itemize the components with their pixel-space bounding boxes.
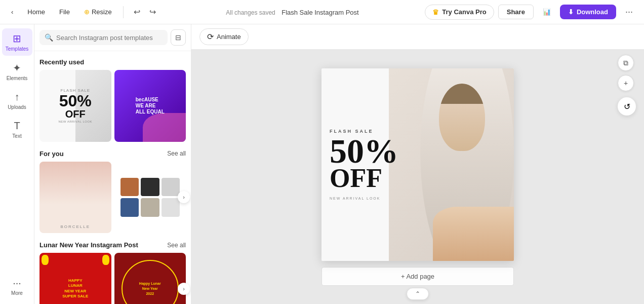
document-title: Flash Sale Instagram Post xyxy=(281,9,358,16)
color-swatch-4 xyxy=(120,198,139,217)
color-swatch-2 xyxy=(141,178,159,197)
redo-button[interactable]: ↪ xyxy=(145,4,160,20)
model-head xyxy=(439,84,485,151)
uploads-icon: ↑ xyxy=(15,91,20,103)
color-swatch-1 xyxy=(120,178,139,197)
uploads-icon-label: Uploads xyxy=(8,104,26,110)
nav-right-actions: ♛ Try Canva Pro Share 📊 ⬇ Download ··· xyxy=(425,4,638,20)
more-sidebar-icon: ··· xyxy=(13,277,21,289)
lunar-grid-wrap: HAPPYLUNARNEW YEARSUPER SALE Happy Lunar… xyxy=(39,253,186,304)
canvas-wrapper: ⧉ + ↺ FLASH SALE 50 xyxy=(309,50,526,304)
text-icon-label: Text xyxy=(12,133,21,139)
lunar-title: Lunar New Year Instagram Post xyxy=(39,241,138,249)
see-all-for-you-button[interactable]: See all xyxy=(167,150,186,157)
sidebar-icons: ⊞ Templates ✦ Elements ↑ Uploads T Text … xyxy=(0,24,34,304)
canvas-toolbar: ⟳ Animate xyxy=(191,24,644,50)
lunar-red-text: HAPPYLUNARNEW YEARSUPER SALE xyxy=(62,278,88,299)
template-flash-text: FLASH SALE 50% OFF NEW ARRIVAL LOOK xyxy=(58,88,92,123)
recently-used-grid-wrap: FLASH SALE 50% OFF NEW ARRIVAL LOOK becA… xyxy=(39,70,186,142)
for-you-grid-wrap: BORCELLE › xyxy=(39,162,186,234)
canvas-off-text: OFF xyxy=(330,167,400,191)
recently-used-grid: FLASH SALE 50% OFF NEW ARRIVAL LOOK becA… xyxy=(39,70,186,142)
canvas-sub-text: NEW ARRIVAL LOOK xyxy=(330,197,400,200)
template-card-color-palette[interactable] xyxy=(114,162,186,234)
template-card-lunar-circle[interactable]: Happy LunarNew Year2022 xyxy=(114,253,186,304)
home-button[interactable]: Home xyxy=(22,5,50,19)
canvas-model-figure xyxy=(398,68,514,261)
share-label: Share xyxy=(507,8,525,16)
model-face-lower xyxy=(433,207,514,260)
undo-redo-group: ↩ ↪ xyxy=(130,4,160,20)
color-swatch-6 xyxy=(162,198,180,217)
sidebar-item-more[interactable]: ··· More xyxy=(2,273,32,300)
show-pages-button[interactable]: ⌃ xyxy=(407,288,429,300)
animate-icon: ⟳ xyxy=(207,32,214,42)
file-label: File xyxy=(59,8,70,16)
lunar-grid: HAPPYLUNARNEW YEARSUPER SALE Happy Lunar… xyxy=(39,253,186,304)
resize-label: Resize xyxy=(92,8,112,16)
flash-percent: 50% xyxy=(58,93,92,109)
filter-button[interactable]: ⊟ xyxy=(171,29,186,46)
add-page-bar[interactable]: + Add page xyxy=(321,267,514,286)
try-canva-pro-button[interactable]: ♛ Try Canva Pro xyxy=(425,5,494,20)
more-sidebar-label: More xyxy=(11,290,23,296)
top-navigation: ‹ Home File ⊕ Resize ↩ ↪ All changes sav… xyxy=(0,0,644,24)
for-you-scroll-right[interactable]: › xyxy=(178,191,190,203)
templates-panel: 🔍 ⊟ Recently used FLASH SALE 50% xyxy=(34,24,191,304)
lunar-scroll-right[interactable]: › xyxy=(178,283,190,295)
analytics-button[interactable]: 📊 xyxy=(538,5,556,19)
file-button[interactable]: File xyxy=(54,5,75,19)
for-you-grid: BORCELLE xyxy=(39,162,186,234)
search-icon: 🔍 xyxy=(45,33,53,42)
sidebar-item-elements[interactable]: ✦ Elements xyxy=(2,58,32,85)
chevron-left-icon: ‹ xyxy=(11,8,13,16)
more-options-button[interactable]: ··· xyxy=(620,4,638,20)
back-button[interactable]: ‹ xyxy=(6,5,18,19)
flash-off: OFF xyxy=(58,109,92,119)
color-swatch-3 xyxy=(162,178,180,197)
canvas-percent-text: 50% xyxy=(330,136,400,167)
animate-label: Animate xyxy=(217,33,241,41)
search-input[interactable] xyxy=(56,34,163,42)
flash-sub: NEW ARRIVAL LOOK xyxy=(58,120,92,123)
templates-icon: ⊞ xyxy=(13,32,21,45)
template-card-lunar-red[interactable]: HAPPYLUNARNEW YEARSUPER SALE xyxy=(39,253,111,304)
nav-divider xyxy=(123,6,124,18)
see-all-lunar-button[interactable]: See all xyxy=(167,242,186,249)
template-card-equal[interactable]: becAUSEWE AREALL EQUAL xyxy=(114,70,186,142)
template-card-flash-sale[interactable]: FLASH SALE 50% OFF NEW ARRIVAL LOOK xyxy=(39,70,111,142)
download-label: Download xyxy=(577,8,608,16)
template-card-borcelle[interactable]: BORCELLE xyxy=(39,162,111,234)
add-page-label: + Add page xyxy=(401,273,434,280)
sidebar-item-text[interactable]: T Text xyxy=(2,116,32,143)
elements-icon: ✦ xyxy=(13,62,21,74)
color-swatch-5 xyxy=(141,198,159,217)
main-layout: ⊞ Templates ✦ Elements ↑ Uploads T Text … xyxy=(0,24,644,304)
elements-icon-label: Elements xyxy=(7,75,28,81)
canvas-area: ⟳ Animate ⧉ + ↺ xyxy=(191,24,644,304)
more-icon: ··· xyxy=(625,7,633,17)
sidebar-item-templates[interactable]: ⊞ Templates xyxy=(2,28,32,56)
share-button[interactable]: Share xyxy=(498,5,534,19)
lunar-lantern-right xyxy=(102,255,109,265)
undo-button[interactable]: ↩ xyxy=(130,4,144,20)
text-icon: T xyxy=(14,120,20,132)
analytics-icon: 📊 xyxy=(543,8,551,16)
design-canvas[interactable]: FLASH SALE 50% OFF NEW ARRIVAL LOOK xyxy=(321,68,514,261)
for-you-header: For you See all xyxy=(39,150,186,158)
home-label: Home xyxy=(27,8,45,16)
download-icon: ⬇ xyxy=(568,8,574,16)
resize-button[interactable]: ⊕ Resize xyxy=(79,5,117,19)
for-you-title: For you xyxy=(39,150,64,158)
lunar-lantern-left xyxy=(42,255,49,265)
borcelle-name: BORCELLE xyxy=(60,224,90,229)
animate-button[interactable]: ⟳ Animate xyxy=(199,28,249,45)
search-bar: 🔍 ⊟ xyxy=(34,24,191,51)
sidebar-item-uploads[interactable]: ↑ Uploads xyxy=(2,87,32,114)
download-button[interactable]: ⬇ Download xyxy=(560,5,616,19)
chevron-up-icon: ⌃ xyxy=(415,290,420,297)
lunar-header: Lunar New Year Instagram Post See all xyxy=(39,241,186,249)
canvas-text-overlay: FLASH SALE 50% OFF NEW ARRIVAL LOOK xyxy=(321,68,408,261)
lunar-circle-inner: Happy LunarNew Year2022 xyxy=(122,260,179,304)
lunar-circle-text: Happy LunarNew Year2022 xyxy=(139,281,161,296)
